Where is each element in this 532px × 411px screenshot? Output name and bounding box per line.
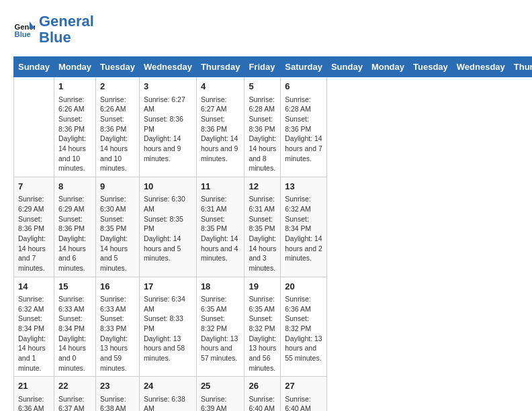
logo-general: General xyxy=(39,13,94,30)
calendar-week-3: 14Sunrise: 6:32 AM Sunset: 8:34 PM Dayli… xyxy=(14,277,533,377)
day-info: Sunrise: 6:28 AM Sunset: 8:36 PM Dayligh… xyxy=(249,95,276,174)
day-number: 4 xyxy=(201,81,240,93)
calendar-cell: 16Sunrise: 6:33 AM Sunset: 8:33 PM Dayli… xyxy=(96,277,140,377)
day-number: 19 xyxy=(249,281,276,293)
header-sunday: Sunday xyxy=(326,57,367,77)
calendar-cell: 24Sunrise: 6:38 AM Sunset: 8:29 PM Dayli… xyxy=(139,377,196,411)
calendar-cell: 26Sunrise: 6:40 AM Sunset: 8:28 PM Dayli… xyxy=(245,377,281,411)
day-number: 21 xyxy=(18,380,50,392)
day-number: 23 xyxy=(100,380,135,392)
day-number: 1 xyxy=(58,81,91,93)
day-number: 12 xyxy=(249,181,276,193)
day-number: 26 xyxy=(249,380,276,392)
calendar-cell: 2Sunrise: 6:26 AM Sunset: 8:36 PM Daylig… xyxy=(96,77,140,177)
day-number: 17 xyxy=(144,281,192,293)
day-info: Sunrise: 6:26 AM Sunset: 8:36 PM Dayligh… xyxy=(100,95,135,174)
calendar-cell: 15Sunrise: 6:33 AM Sunset: 8:34 PM Dayli… xyxy=(54,277,95,377)
calendar-cell: 25Sunrise: 6:39 AM Sunset: 8:29 PM Dayli… xyxy=(196,377,245,411)
day-number: 15 xyxy=(58,281,91,293)
day-info: Sunrise: 6:38 AM Sunset: 8:29 PM Dayligh… xyxy=(144,394,192,411)
day-info: Sunrise: 6:35 AM Sunset: 8:32 PM Dayligh… xyxy=(249,294,276,373)
calendar-cell: 8Sunrise: 6:29 AM Sunset: 8:36 PM Daylig… xyxy=(54,177,95,277)
day-info: Sunrise: 6:28 AM Sunset: 8:36 PM Dayligh… xyxy=(285,95,322,164)
calendar-cell: 17Sunrise: 6:34 AM Sunset: 8:33 PM Dayli… xyxy=(139,277,196,377)
calendar-cell: 19Sunrise: 6:35 AM Sunset: 8:32 PM Dayli… xyxy=(245,277,281,377)
day-info: Sunrise: 6:26 AM Sunset: 8:36 PM Dayligh… xyxy=(58,95,91,174)
calendar-cell: 18Sunrise: 6:35 AM Sunset: 8:32 PM Dayli… xyxy=(196,277,245,377)
day-info: Sunrise: 6:35 AM Sunset: 8:32 PM Dayligh… xyxy=(201,294,240,363)
day-info: Sunrise: 6:34 AM Sunset: 8:33 PM Dayligh… xyxy=(144,294,192,363)
day-info: Sunrise: 6:33 AM Sunset: 8:34 PM Dayligh… xyxy=(58,294,91,373)
calendar-cell: 14Sunrise: 6:32 AM Sunset: 8:34 PM Dayli… xyxy=(14,277,54,377)
day-info: Sunrise: 6:31 AM Sunset: 8:35 PM Dayligh… xyxy=(201,194,240,263)
calendar-header-row: SundayMondayTuesdayWednesdayThursdayFrid… xyxy=(14,57,533,77)
calendar-cell xyxy=(14,77,54,177)
calendar-cell: 27Sunrise: 6:40 AM Sunset: 8:27 PM Dayli… xyxy=(281,377,327,411)
svg-text:Blue: Blue xyxy=(15,30,31,38)
day-info: Sunrise: 6:36 AM Sunset: 8:32 PM Dayligh… xyxy=(285,294,322,363)
day-number: 16 xyxy=(100,281,135,293)
calendar-cell: 13Sunrise: 6:32 AM Sunset: 8:34 PM Dayli… xyxy=(281,177,327,277)
day-info: Sunrise: 6:29 AM Sunset: 8:36 PM Dayligh… xyxy=(58,194,91,273)
header-wednesday: Wednesday xyxy=(139,57,196,77)
calendar-cell: 7Sunrise: 6:29 AM Sunset: 8:36 PM Daylig… xyxy=(14,177,54,277)
day-number: 9 xyxy=(100,181,135,193)
day-number: 14 xyxy=(18,281,50,293)
header-sunday: Sunday xyxy=(14,57,54,77)
day-info: Sunrise: 6:38 AM Sunset: 8:30 PM Dayligh… xyxy=(100,394,135,411)
header-saturday: Saturday xyxy=(281,57,327,77)
calendar-cell: 10Sunrise: 6:30 AM Sunset: 8:35 PM Dayli… xyxy=(139,177,196,277)
day-info: Sunrise: 6:39 AM Sunset: 8:29 PM Dayligh… xyxy=(201,394,240,411)
day-number: 27 xyxy=(285,380,322,392)
logo-text: General Blue xyxy=(39,13,94,46)
logo: General Blue General Blue xyxy=(13,13,94,46)
day-info: Sunrise: 6:37 AM Sunset: 8:30 PM Dayligh… xyxy=(58,394,91,411)
day-number: 5 xyxy=(249,81,276,93)
calendar-cell: 12Sunrise: 6:31 AM Sunset: 8:35 PM Dayli… xyxy=(245,177,281,277)
header-friday: Friday xyxy=(245,57,281,77)
day-info: Sunrise: 6:30 AM Sunset: 8:35 PM Dayligh… xyxy=(100,194,135,273)
calendar-cell: 9Sunrise: 6:30 AM Sunset: 8:35 PM Daylig… xyxy=(96,177,140,277)
header-wednesday: Wednesday xyxy=(452,57,509,77)
day-info: Sunrise: 6:33 AM Sunset: 8:33 PM Dayligh… xyxy=(100,294,135,373)
day-number: 3 xyxy=(144,81,192,93)
day-number: 18 xyxy=(201,281,240,293)
day-info: Sunrise: 6:40 AM Sunset: 8:28 PM Dayligh… xyxy=(249,394,276,411)
day-number: 7 xyxy=(18,181,50,193)
header-tuesday: Tuesday xyxy=(409,57,453,77)
day-number: 13 xyxy=(285,181,322,193)
day-info: Sunrise: 6:27 AM Sunset: 8:36 PM Dayligh… xyxy=(144,95,192,164)
day-number: 2 xyxy=(100,81,135,93)
day-info: Sunrise: 6:32 AM Sunset: 8:34 PM Dayligh… xyxy=(18,294,50,373)
header-thursday: Thursday xyxy=(509,57,532,77)
day-info: Sunrise: 6:27 AM Sunset: 8:36 PM Dayligh… xyxy=(201,95,240,164)
calendar-week-2: 7Sunrise: 6:29 AM Sunset: 8:36 PM Daylig… xyxy=(14,177,533,277)
day-info: Sunrise: 6:40 AM Sunset: 8:27 PM Dayligh… xyxy=(285,394,322,411)
header-monday: Monday xyxy=(367,57,408,77)
calendar-week-1: 1Sunrise: 6:26 AM Sunset: 8:36 PM Daylig… xyxy=(14,77,533,177)
calendar-cell: 20Sunrise: 6:36 AM Sunset: 8:32 PM Dayli… xyxy=(281,277,327,377)
calendar-week-4: 21Sunrise: 6:36 AM Sunset: 8:31 PM Dayli… xyxy=(14,377,533,411)
calendar-cell: 6Sunrise: 6:28 AM Sunset: 8:36 PM Daylig… xyxy=(281,77,327,177)
day-number: 20 xyxy=(285,281,322,293)
logo-blue: Blue xyxy=(39,29,71,46)
day-number: 11 xyxy=(201,181,240,193)
calendar-cell: 22Sunrise: 6:37 AM Sunset: 8:30 PM Dayli… xyxy=(54,377,95,411)
header-monday: Monday xyxy=(54,57,95,77)
day-number: 25 xyxy=(201,380,240,392)
day-number: 24 xyxy=(144,380,192,392)
calendar-table: SundayMondayTuesdayWednesdayThursdayFrid… xyxy=(13,56,532,411)
header-tuesday: Tuesday xyxy=(96,57,140,77)
day-number: 10 xyxy=(144,181,192,193)
day-number: 8 xyxy=(58,181,91,193)
calendar-cell: 11Sunrise: 6:31 AM Sunset: 8:35 PM Dayli… xyxy=(196,177,245,277)
page-header: General Blue General Blue xyxy=(13,13,519,46)
calendar-cell: 3Sunrise: 6:27 AM Sunset: 8:36 PM Daylig… xyxy=(139,77,196,177)
header-thursday: Thursday xyxy=(196,57,245,77)
calendar-cell: 23Sunrise: 6:38 AM Sunset: 8:30 PM Dayli… xyxy=(96,377,140,411)
day-info: Sunrise: 6:30 AM Sunset: 8:35 PM Dayligh… xyxy=(144,194,192,263)
day-info: Sunrise: 6:36 AM Sunset: 8:31 PM Dayligh… xyxy=(18,394,50,411)
calendar-cell: 1Sunrise: 6:26 AM Sunset: 8:36 PM Daylig… xyxy=(54,77,95,177)
day-info: Sunrise: 6:32 AM Sunset: 8:34 PM Dayligh… xyxy=(285,194,322,263)
calendar-cell: 4Sunrise: 6:27 AM Sunset: 8:36 PM Daylig… xyxy=(196,77,245,177)
